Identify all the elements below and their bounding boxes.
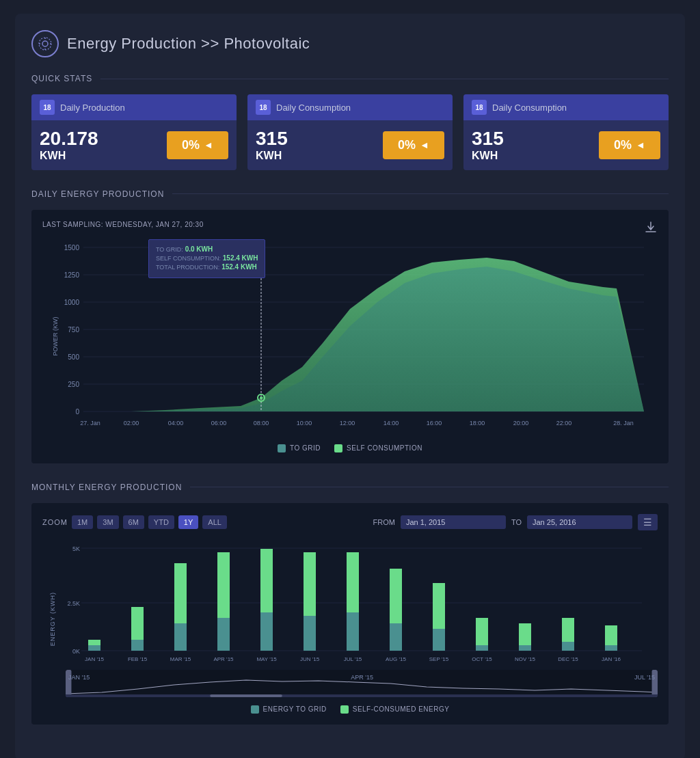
zoom-label: ZOOM [42,518,68,526]
badge-arrow-0: ◄ [204,139,213,150]
daily-chart-svg: 1500 1250 1000 750 500 250 0 POWER (KW) [42,234,658,439]
monthly-y-axis-label: ENERGY (KWH) [49,592,56,646]
monthly-chart-container: ZOOM 1M 3M 6M YTD 1Y ALL FROM TO ☰ [31,503,669,725]
zoom-ytd-button[interactable]: YTD [148,515,174,529]
legend-label-to-grid: TO GRID [290,444,321,452]
zoom-1m-button[interactable]: 1M [72,515,93,529]
quick-stats-row: 18 Daily Production 20.178 KWH 0% ◄ 18 [31,94,669,170]
svg-text:500: 500 [68,353,79,361]
svg-rect-58 [390,569,402,623]
svg-rect-61 [476,645,488,651]
stat-badge-0[interactable]: 0% ◄ [167,131,228,159]
svg-text:14:00: 14:00 [383,420,399,427]
monthly-chart-legend: ENERGY TO GRID SELF-CONSUMED ENERGY [42,705,658,714]
zoom-all-button[interactable]: ALL [202,515,227,529]
monthly-legend-label-self-consumed: SELF-CONSUMED ENERGY [353,705,450,713]
zoom-1y-button[interactable]: 1Y [178,515,198,529]
zoom-6m-button[interactable]: 6M [123,515,144,529]
svg-text:250: 250 [68,381,79,388]
svg-text:10:00: 10:00 [297,420,312,427]
svg-rect-46 [131,607,144,640]
svg-rect-54 [304,552,316,616]
stat-badge-2[interactable]: 0% ◄ [599,131,660,159]
svg-rect-49 [217,618,230,651]
svg-rect-51 [260,612,273,651]
svg-rect-67 [605,645,617,651]
svg-text:18:00: 18:00 [470,420,485,427]
monthly-legend-color-to-grid [251,705,259,714]
tooltip-total-production: TOTAL PRODUCTION: 152.4 KWH [156,263,258,271]
stat-card-header-1: 18 Daily Consumption [247,94,453,120]
svg-text:27. Jan: 27. Jan [80,420,100,427]
svg-text:FEB '15: FEB '15 [128,656,148,662]
stat-card-header-2: 18 Daily Consumption [463,94,669,120]
svg-text:JUL '15: JUL '15 [344,656,362,662]
monthly-legend-color-self-consumed [340,705,349,714]
svg-point-23 [260,396,262,399]
stat-card-daily-consumption-1: 18 Daily Consumption 315 KWH 0% ◄ [247,94,453,170]
svg-text:08:00: 08:00 [254,420,269,427]
stat-card-body-1: 315 KWH 0% ◄ [247,120,453,170]
svg-rect-53 [304,616,316,651]
svg-text:MAY '15: MAY '15 [256,656,277,662]
legend-color-self-consumption [334,444,342,452]
svg-text:JAN '15: JAN '15 [85,656,104,662]
svg-text:12:00: 12:00 [340,420,355,427]
stat-value-1: 315 [256,128,288,150]
monthly-legend-label-to-grid: ENERGY TO GRID [263,705,327,713]
daily-chart-container: LAST SAMPLING: WEDNESDAY, JAN 27, 20:30 … [31,210,669,463]
monthly-legend-energy-to-grid: ENERGY TO GRID [251,705,327,714]
svg-rect-44 [88,640,100,645]
stat-header-label-0: Daily Production [60,103,125,113]
monthly-minimap[interactable]: JAN '15 APR '15 JUL '15 [66,670,658,697]
stat-header-label-1: Daily Consumption [276,103,351,113]
svg-text:0: 0 [75,408,79,416]
stat-unit-1: KWH [256,150,288,162]
stat-unit-0: KWH [40,150,98,162]
svg-text:POWER (KW): POWER (KW) [52,316,59,355]
svg-rect-59 [433,629,445,651]
page-title: Energy Production >> Photovoltaic [67,35,310,53]
svg-text:JUN '15: JUN '15 [300,656,320,662]
zoom-3m-button[interactable]: 3M [97,515,118,529]
svg-text:16:00: 16:00 [427,420,442,427]
legend-self-consumption: SELF CONSUMPTION [334,444,422,452]
svg-text:JAN '16: JAN '16 [602,656,621,662]
from-date-input[interactable] [401,515,506,529]
svg-text:04:00: 04:00 [168,420,184,427]
to-label: TO [511,518,522,526]
svg-rect-62 [476,618,488,645]
chart-menu-button[interactable]: ☰ [638,514,658,530]
legend-label-self-consumption: SELF CONSUMPTION [347,444,422,452]
stat-card-header-0: 18 Daily Production [31,94,237,120]
svg-text:AUG '15: AUG '15 [386,656,407,662]
minimap-start-label: JAN '15 [68,674,90,681]
svg-rect-65 [562,642,574,651]
daily-energy-section: Daily Energy Production LAST SAMPLING: W… [31,189,669,463]
svg-text:MAR '15: MAR '15 [170,656,191,662]
svg-text:1000: 1000 [64,299,80,306]
stat-value-unit-2: 315 KWH [472,128,504,162]
stat-value-0: 20.178 [40,128,98,150]
svg-text:1250: 1250 [64,271,80,279]
svg-text:750: 750 [68,326,79,334]
stat-card-body-0: 20.178 KWH 0% ◄ [31,120,237,170]
badge-arrow-2: ◄ [636,139,645,150]
zoom-left-controls: ZOOM 1M 3M 6M YTD 1Y ALL [42,515,227,529]
monthly-energy-section: Monthly Energy Production ZOOM 1M 3M 6M … [31,483,669,725]
stat-header-label-2: Daily Consumption [492,103,567,113]
svg-rect-66 [562,618,574,642]
svg-text:OCT '15: OCT '15 [472,656,492,662]
stat-card-body-2: 315 KWH 0% ◄ [463,120,669,170]
stat-badge-1[interactable]: 0% ◄ [383,131,444,159]
svg-rect-63 [519,645,531,651]
to-date-input[interactable] [527,515,632,529]
stat-value-2: 315 [472,128,504,150]
svg-text:5K: 5K [72,545,80,552]
badge-arrow-1: ◄ [420,139,429,150]
daily-chart-legend: TO GRID SELF CONSUMPTION [42,444,658,452]
svg-text:02:00: 02:00 [124,420,139,427]
svg-text:28. Jan: 28. Jan [613,420,634,427]
chart-tooltip: TO GRID: 0.0 KWH SELF CONSUMPTION: 152.4… [148,239,265,278]
stat-card-daily-consumption-2: 18 Daily Consumption 315 KWH 0% ◄ [463,94,669,170]
